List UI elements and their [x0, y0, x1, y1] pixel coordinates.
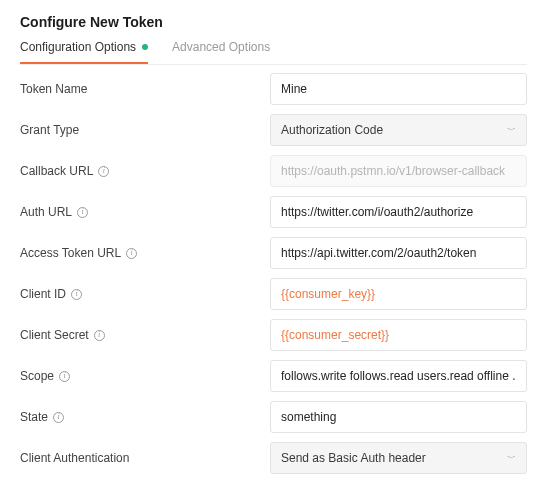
- info-icon[interactable]: i: [94, 330, 105, 341]
- status-dot-icon: [142, 44, 148, 50]
- row-scope: Scope i: [20, 356, 527, 396]
- info-icon[interactable]: i: [71, 289, 82, 300]
- info-icon[interactable]: i: [59, 371, 70, 382]
- tab-advanced-options[interactable]: Advanced Options: [172, 40, 270, 64]
- auth-url-input[interactable]: [270, 196, 527, 228]
- client-secret-input[interactable]: [270, 319, 527, 351]
- label-grant-type: Grant Type: [20, 123, 79, 137]
- label-token-name: Token Name: [20, 82, 87, 96]
- row-auth-url: Auth URL i: [20, 192, 527, 232]
- grant-type-value: Authorization Code: [281, 123, 383, 137]
- label-client-id: Client ID: [20, 287, 66, 301]
- tab-label: Advanced Options: [172, 40, 270, 54]
- scope-input[interactable]: [270, 360, 527, 392]
- label-access-token-url: Access Token URL: [20, 246, 121, 260]
- client-auth-value: Send as Basic Auth header: [281, 451, 426, 465]
- row-client-id: Client ID i: [20, 274, 527, 314]
- tab-configuration-options[interactable]: Configuration Options: [20, 40, 148, 64]
- access-token-url-input[interactable]: [270, 237, 527, 269]
- callback-url-input: [270, 155, 527, 187]
- client-id-input[interactable]: [270, 278, 527, 310]
- token-name-input[interactable]: [270, 73, 527, 105]
- label-scope: Scope: [20, 369, 54, 383]
- page-title: Configure New Token: [20, 14, 527, 30]
- tab-label: Configuration Options: [20, 40, 136, 54]
- row-client-secret: Client Secret i: [20, 315, 527, 355]
- client-auth-select[interactable]: Send as Basic Auth header ﹀: [270, 442, 527, 474]
- row-client-auth: Client Authentication Send as Basic Auth…: [20, 438, 527, 478]
- grant-type-select[interactable]: Authorization Code ﹀: [270, 114, 527, 146]
- row-access-token-url: Access Token URL i: [20, 233, 527, 273]
- tabs: Configuration Options Advanced Options: [20, 40, 527, 65]
- row-grant-type: Grant Type Authorization Code ﹀: [20, 110, 527, 150]
- row-state: State i: [20, 397, 527, 437]
- label-client-auth: Client Authentication: [20, 451, 129, 465]
- row-callback-url: Callback URL i: [20, 151, 527, 191]
- chevron-down-icon: ﹀: [507, 124, 516, 137]
- token-form: Token Name Grant Type Authorization Code…: [20, 69, 527, 478]
- info-icon[interactable]: i: [53, 412, 64, 423]
- chevron-down-icon: ﹀: [507, 452, 516, 465]
- state-input[interactable]: [270, 401, 527, 433]
- label-state: State: [20, 410, 48, 424]
- label-client-secret: Client Secret: [20, 328, 89, 342]
- info-icon[interactable]: i: [98, 166, 109, 177]
- label-auth-url: Auth URL: [20, 205, 72, 219]
- info-icon[interactable]: i: [126, 248, 137, 259]
- label-callback-url: Callback URL: [20, 164, 93, 178]
- info-icon[interactable]: i: [77, 207, 88, 218]
- row-token-name: Token Name: [20, 69, 527, 109]
